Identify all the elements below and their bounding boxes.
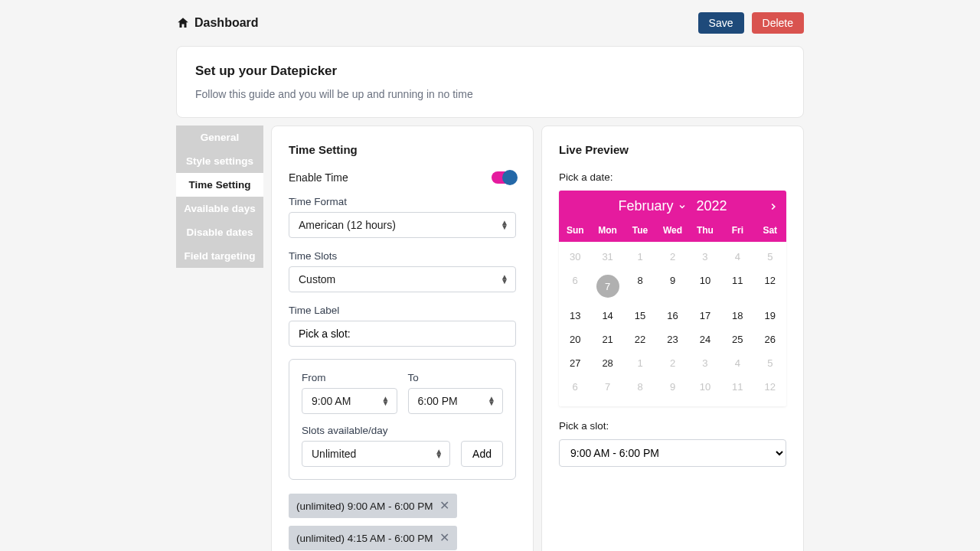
breadcrumb-label: Dashboard <box>194 16 259 30</box>
calendar-dow: Thu <box>689 225 721 236</box>
live-preview-title: Live Preview <box>559 143 786 156</box>
save-button[interactable]: Save <box>698 12 744 34</box>
calendar-day[interactable]: 14 <box>591 304 623 328</box>
calendar-day[interactable]: 11 <box>721 269 753 304</box>
calendar-day[interactable]: 9 <box>656 269 688 304</box>
calendar-day: 31 <box>591 245 623 269</box>
from-select[interactable]: 9:00 AM <box>302 388 397 414</box>
calendar-day[interactable]: 27 <box>559 351 591 375</box>
calendar-year[interactable]: 2022 <box>696 198 727 214</box>
calendar-day[interactable]: 17 <box>689 304 721 328</box>
calendar-day[interactable]: 12 <box>754 269 786 304</box>
calendar-day[interactable]: 19 <box>754 304 786 328</box>
calendar-day: 4 <box>721 245 753 269</box>
sidebar-item-time-setting[interactable]: Time Setting <box>176 173 263 197</box>
calendar-day[interactable]: 26 <box>754 328 786 351</box>
pick-date-label: Pick a date: <box>559 171 786 183</box>
calendar-month-select[interactable]: February <box>618 198 687 214</box>
calendar-day[interactable]: 7 <box>591 269 623 304</box>
slot-chip: (unlimited) 9:00 AM - 6:00 PM ✕ <box>289 494 457 518</box>
calendar-next-button[interactable] <box>768 201 779 212</box>
page-title: Set up your Datepicker <box>195 64 785 79</box>
calendar-day: 3 <box>689 245 721 269</box>
from-label: From <box>302 372 397 383</box>
time-label-label: Time Label <box>289 305 516 316</box>
time-slots-select[interactable]: Custom <box>289 266 516 292</box>
sidebar-item-style-settings[interactable]: Style settings <box>176 149 263 173</box>
sidebar-item-available-days[interactable]: Available days <box>176 197 263 220</box>
calendar-day[interactable]: 28 <box>591 351 623 375</box>
to-label: To <box>408 372 504 383</box>
calendar-day: 8 <box>624 375 656 399</box>
calendar: February 2022 SunMonTueWedThuFriSat 3031… <box>559 191 786 406</box>
delete-button[interactable]: Delete <box>752 12 804 34</box>
calendar-dow: Fri <box>721 225 753 236</box>
calendar-day: 6 <box>559 269 591 304</box>
calendar-day[interactable]: 24 <box>689 328 721 351</box>
enable-time-label: Enable Time <box>289 171 348 184</box>
calendar-day[interactable]: 8 <box>624 269 656 304</box>
calendar-dow: Sun <box>559 225 591 236</box>
calendar-day[interactable]: 15 <box>624 304 656 328</box>
sidebar-item-field-targeting[interactable]: Field targeting <box>176 244 263 268</box>
pick-slot-label: Pick a slot: <box>559 420 786 432</box>
calendar-day: 1 <box>624 351 656 375</box>
time-slots-label: Time Slots <box>289 250 516 262</box>
sidebar-item-disable-dates[interactable]: Disable dates <box>176 220 263 244</box>
calendar-day: 6 <box>559 375 591 399</box>
calendar-day: 3 <box>689 351 721 375</box>
time-format-label: Time Format <box>289 196 516 207</box>
calendar-dow: Wed <box>656 225 688 236</box>
enable-time-toggle[interactable] <box>492 171 516 184</box>
close-icon[interactable]: ✕ <box>439 532 449 544</box>
breadcrumb[interactable]: Dashboard <box>176 16 259 30</box>
calendar-day[interactable]: 10 <box>689 269 721 304</box>
calendar-dow: Sat <box>754 225 786 236</box>
calendar-day[interactable]: 23 <box>656 328 688 351</box>
calendar-day: 2 <box>656 245 688 269</box>
slot-select[interactable]: 9:00 AM - 6:00 PM <box>559 439 786 467</box>
calendar-day: 30 <box>559 245 591 269</box>
calendar-dow: Mon <box>591 225 623 236</box>
to-select[interactable]: 6:00 PM <box>408 388 504 414</box>
calendar-day: 4 <box>721 351 753 375</box>
time-format-select[interactable]: American (12 hours) <box>289 212 516 238</box>
chevron-right-icon <box>768 201 779 212</box>
calendar-day: 7 <box>591 375 623 399</box>
calendar-day: 5 <box>754 245 786 269</box>
sidebar-item-general[interactable]: General <box>176 126 263 149</box>
slot-chip-text: (unlimited) 4:15 AM - 6:00 PM <box>296 533 433 544</box>
calendar-day: 2 <box>656 351 688 375</box>
close-icon[interactable]: ✕ <box>439 500 449 512</box>
calendar-day: 1 <box>624 245 656 269</box>
add-button[interactable]: Add <box>461 441 503 467</box>
calendar-day: 9 <box>656 375 688 399</box>
home-icon <box>176 16 190 30</box>
calendar-day[interactable]: 18 <box>721 304 753 328</box>
calendar-dow: Tue <box>624 225 656 236</box>
calendar-day[interactable]: 25 <box>721 328 753 351</box>
calendar-day: 5 <box>754 351 786 375</box>
time-label-input[interactable] <box>289 321 516 347</box>
calendar-day[interactable]: 13 <box>559 304 591 328</box>
calendar-day: 12 <box>754 375 786 399</box>
calendar-day[interactable]: 20 <box>559 328 591 351</box>
calendar-day[interactable]: 21 <box>591 328 623 351</box>
time-setting-title: Time Setting <box>289 143 516 156</box>
calendar-day[interactable]: 16 <box>656 304 688 328</box>
slot-chips: (unlimited) 9:00 AM - 6:00 PM ✕ (unlimit… <box>289 494 516 550</box>
calendar-day: 11 <box>721 375 753 399</box>
chevron-down-icon <box>678 202 687 211</box>
slot-chip-text: (unlimited) 9:00 AM - 6:00 PM <box>296 500 433 512</box>
calendar-day[interactable]: 22 <box>624 328 656 351</box>
slots-per-day-label: Slots available/day <box>302 425 450 436</box>
calendar-day: 10 <box>689 375 721 399</box>
sidebar: General Style settings Time Setting Avai… <box>176 126 263 551</box>
slot-chip: (unlimited) 4:15 AM - 6:00 PM ✕ <box>289 526 457 550</box>
page-subtitle: Follow this guide and you will be up and… <box>195 88 785 100</box>
slots-per-day-select[interactable]: Unlimited <box>302 441 450 467</box>
